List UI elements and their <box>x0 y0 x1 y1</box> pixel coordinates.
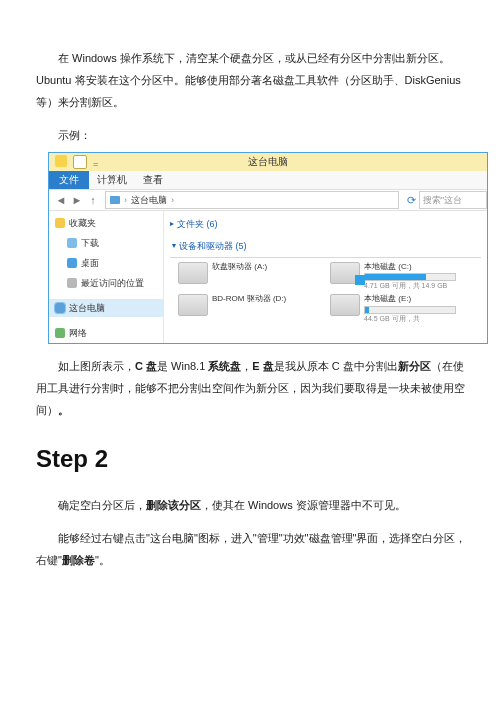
sidebar-item-label: 网络 <box>69 324 87 342</box>
sidebar-item-network[interactable]: 网络 <box>55 323 163 343</box>
drive-label: BD-ROM 驱动器 (D:) <box>212 294 286 303</box>
sidebar-item-downloads[interactable]: 下载 <box>55 233 163 253</box>
drive-label: 本地磁盘 (C:) <box>364 262 412 271</box>
explain-paragraph: 如上图所表示，C 盘是 Win8.1 系统盘，E 盘是我从原本 C 盘中分割出新… <box>36 355 470 421</box>
folder-icon <box>55 155 67 167</box>
window-titlebar[interactable]: = 这台电脑 <box>49 153 487 171</box>
drive-c[interactable]: 本地磁盘 (C:) 4.71 GB 可用，共 14.9 GB <box>330 262 480 290</box>
star-icon <box>55 218 65 228</box>
sidebar-item-label: 桌面 <box>81 254 99 272</box>
tab-file[interactable]: 文件 <box>49 171 89 189</box>
group-devices[interactable]: ▾ 设备和驱动器 (5) <box>170 235 247 257</box>
chevron-right-icon: › <box>171 191 174 209</box>
sidebar-item-desktop[interactable]: 桌面 <box>55 253 163 273</box>
floppy-drive-icon <box>178 262 208 284</box>
sidebar-item-favorites[interactable]: 收藏夹 <box>55 213 163 233</box>
capacity-bar <box>364 273 456 281</box>
step2-paragraph-2: 能够经过右键点击"这台电脑"图标，进入"管理"功效"磁盘管理"界面，选择空白分区… <box>36 527 470 571</box>
chevron-down-icon: ▾ <box>172 238 176 254</box>
intro-paragraph: 在 Windows 操作系统下，清空某个硬盘分区，或从已经有分区中分割出新分区。… <box>36 47 470 113</box>
file-explorer-window: = 这台电脑 文件 计算机 查看 ◄ ► ↑ › 这台电脑 › ⟳ 搜索"这台 <box>48 152 488 344</box>
window-title: 这台电脑 <box>248 152 288 172</box>
optical-drive-icon <box>178 294 208 316</box>
drive-sublabel: 4.71 GB 可用，共 14.9 GB <box>364 281 480 290</box>
ribbon-tabs: 文件 计算机 查看 <box>49 171 487 189</box>
group-folders[interactable]: ▸ 文件夹 (6) <box>170 213 487 235</box>
chevron-right-icon: › <box>124 191 127 209</box>
breadcrumb-thispc[interactable]: 这台电脑 <box>131 191 167 209</box>
navigation-pane: 收藏夹 下载 桌面 最近访问的位置 这台电脑 <box>49 211 164 343</box>
group-label: 设备和驱动器 (5) <box>179 237 247 255</box>
chevron-right-icon: ▸ <box>170 216 174 232</box>
network-icon <box>55 328 65 338</box>
example-label: 示例： <box>36 124 470 146</box>
content-pane: ▸ 文件夹 (6) ▾ 设备和驱动器 (5) 软盘驱动器 (A:) <box>164 211 487 343</box>
address-bar-row: ◄ ► ↑ › 这台电脑 › ⟳ 搜索"这台 <box>49 189 487 211</box>
address-bar[interactable]: › 这台电脑 › <box>105 191 399 209</box>
desktop-icon <box>67 258 77 268</box>
capacity-bar <box>364 306 456 314</box>
recent-icon <box>67 278 77 288</box>
sidebar-item-label: 最近访问的位置 <box>81 274 144 292</box>
tab-view[interactable]: 查看 <box>135 170 171 190</box>
search-input[interactable]: 搜索"这台 <box>419 191 487 209</box>
sidebar-item-label: 收藏夹 <box>69 214 96 232</box>
drive-label: 本地磁盘 (E:) <box>364 294 411 303</box>
sidebar-item-label: 下载 <box>81 234 99 252</box>
sidebar-item-label: 这台电脑 <box>69 299 105 317</box>
up-button[interactable]: ↑ <box>85 192 101 208</box>
hard-drive-icon <box>330 262 360 284</box>
forward-button[interactable]: ► <box>69 192 85 208</box>
back-button[interactable]: ◄ <box>53 192 69 208</box>
step2-heading: Step 2 <box>36 435 470 483</box>
group-label: 文件夹 (6) <box>177 215 218 233</box>
step2-paragraph-1: 确定空白分区后，删除该分区，使其在 Windows 资源管理器中不可见。 <box>36 494 470 516</box>
drive-e[interactable]: 本地磁盘 (E:) 44.5 GB 可用，共 <box>330 294 480 322</box>
refresh-button[interactable]: ⟳ <box>403 192 419 208</box>
sidebar-item-recent[interactable]: 最近访问的位置 <box>55 273 163 293</box>
hard-drive-icon <box>330 294 360 316</box>
drive-sublabel: 44.5 GB 可用，共 <box>364 314 480 323</box>
drive-label: 软盘驱动器 (A:) <box>212 262 267 271</box>
document-icon <box>73 155 87 169</box>
download-icon <box>67 238 77 248</box>
drive-floppy[interactable]: 软盘驱动器 (A:) <box>178 262 328 290</box>
sidebar-item-thispc[interactable]: 这台电脑 <box>49 299 163 317</box>
pc-icon <box>110 196 120 204</box>
tab-computer[interactable]: 计算机 <box>89 170 135 190</box>
drive-bd[interactable]: BD-ROM 驱动器 (D:) <box>178 294 328 322</box>
pc-icon <box>55 303 65 313</box>
